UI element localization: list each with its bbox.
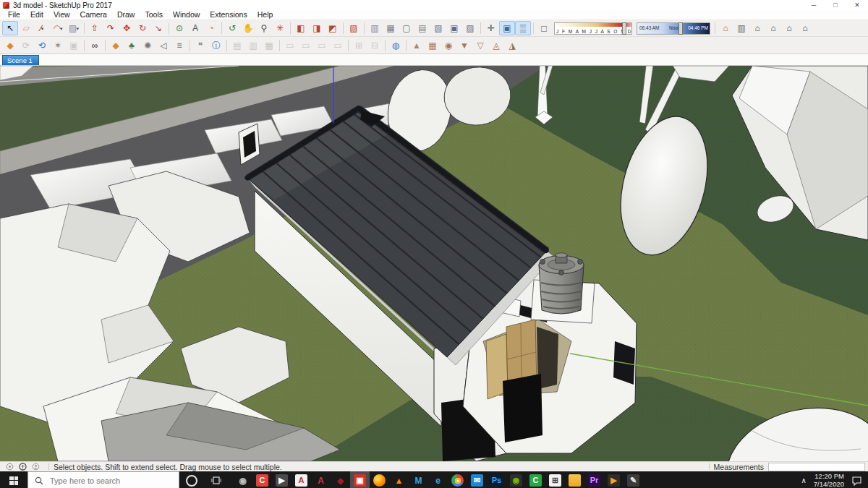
chat-button[interactable]: ❝ — [192, 38, 208, 53]
style-shaded-textures[interactable]: ▣ — [446, 21, 462, 35]
instructor-button[interactable]: ⓘ — [208, 38, 224, 53]
camtasia-app[interactable]: C — [526, 471, 545, 488]
export-web-button[interactable]: ▦ — [261, 38, 277, 53]
taskbar-search[interactable] — [27, 471, 179, 488]
share-model-button[interactable]: ⌂ — [765, 21, 781, 35]
extension-warehouse-button[interactable]: ⌂ — [797, 21, 813, 35]
action-center-icon[interactable] — [851, 476, 862, 486]
sandbox-add-detail-button[interactable]: ◬ — [488, 38, 504, 53]
move-tool[interactable]: ✥ — [119, 21, 135, 35]
store-app[interactable]: ⊞ — [545, 471, 565, 488]
sandbox-from-scratch-button[interactable]: ▦ — [425, 38, 441, 53]
menu-edit[interactable]: Edit — [25, 10, 48, 20]
minimize-button[interactable]: ─ — [803, 0, 825, 10]
time-slider-handle[interactable] — [678, 22, 683, 35]
gimp-app[interactable]: ✎ — [624, 471, 643, 488]
menu-extensions[interactable]: Extensions — [205, 10, 252, 20]
add-component-button[interactable]: ◆ — [108, 38, 124, 53]
scene-panel-button-2[interactable]: ▭ — [298, 38, 314, 53]
protractor-tool[interactable]: ◔ — [203, 21, 219, 35]
file-explorer-app[interactable] — [565, 471, 584, 488]
camera-export-button[interactable]: ▣ — [66, 38, 82, 53]
acrobat-app[interactable]: A — [292, 471, 311, 488]
premiere-app[interactable]: Pr — [584, 471, 604, 488]
movies-tv-app[interactable]: ▶ — [272, 471, 292, 488]
make-component-button[interactable]: ◧ — [293, 21, 309, 35]
section-plane-button[interactable]: ▧ — [346, 21, 362, 35]
sandbox-flip-edge-button[interactable]: ◮ — [504, 38, 520, 53]
camtasia-recorder-app[interactable]: C — [252, 471, 272, 488]
add-location-button[interactable]: ◨ — [309, 21, 325, 35]
place-vegetation-button[interactable]: ♣ — [124, 38, 140, 53]
render-settings-button[interactable]: ✺ — [140, 38, 156, 53]
firefox-app[interactable] — [370, 471, 389, 488]
update-reference-button[interactable]: ⟲ — [34, 38, 50, 53]
media-player-app[interactable]: ▶ — [604, 471, 624, 488]
maximize-button[interactable]: □ — [825, 0, 846, 10]
adjust-settings-button[interactable]: ≡ — [171, 38, 187, 53]
style-xray[interactable]: ▥ — [367, 21, 383, 35]
style-back-edges[interactable]: ▦ — [383, 21, 399, 35]
edge-app[interactable]: e — [428, 471, 448, 488]
orbit-tool[interactable]: ↺ — [224, 21, 240, 35]
geforce-app[interactable]: ◉ — [506, 471, 526, 488]
zoom-extents-tool[interactable]: ✳ — [272, 21, 288, 35]
search-input[interactable] — [48, 476, 167, 486]
fog-toggle[interactable]: ▒ — [515, 21, 531, 35]
scene-panel-button-3[interactable]: ▭ — [314, 38, 330, 53]
presentation-button-1[interactable]: ⊞ — [351, 38, 367, 53]
credit-attribution-icon[interactable] — [19, 463, 27, 471]
menu-camera[interactable]: Camera — [75, 10, 112, 20]
sandbox-from-contours-button[interactable]: ▲ — [409, 38, 425, 53]
export-image-button[interactable]: ▥ — [245, 38, 261, 53]
style-wireframe[interactable]: ▢ — [399, 21, 414, 35]
dropdown-caret-icon[interactable]: ▾ — [41, 26, 44, 31]
arc-tool[interactable]: ◠▾ — [50, 21, 66, 35]
dark-red-app[interactable]: ◆ — [331, 471, 350, 488]
geolocation-button[interactable]: ◍ — [388, 38, 404, 53]
dimension-tool[interactable]: A — [187, 21, 203, 35]
chrome-app[interactable] — [448, 471, 467, 488]
m-browser-app[interactable]: M — [409, 471, 428, 488]
warehouse-3d-button[interactable]: ⌂ — [718, 21, 733, 35]
share-component-button[interactable]: ⌂ — [781, 21, 797, 35]
shadow-time-slider[interactable]: 06:43 AM Noon 04:46 PM — [637, 22, 710, 35]
send-to-layout-button[interactable]: ▤ — [229, 38, 245, 53]
dropdown-caret-icon[interactable]: ▾ — [76, 26, 79, 31]
sync-models-button[interactable]: ⟳ — [18, 38, 34, 53]
line-tool[interactable]: ∕▾ — [34, 21, 50, 35]
menu-file[interactable]: File — [3, 10, 25, 20]
mail-app[interactable]: ✉ — [467, 471, 487, 488]
audio-button[interactable]: ◁ — [156, 38, 171, 53]
scene-panel-button-1[interactable]: ▭ — [282, 38, 298, 53]
style-monochrome[interactable]: ▨ — [462, 21, 478, 35]
measurements-input[interactable] — [768, 463, 865, 471]
dropdown-caret-icon[interactable]: ▾ — [60, 26, 63, 31]
camera-app[interactable]: ◉ — [233, 471, 252, 488]
pan-tool[interactable]: ✋ — [240, 21, 256, 35]
rectangle-tool[interactable]: ▨▾ — [66, 21, 82, 35]
zoom-tool[interactable]: ⚲ — [256, 21, 272, 35]
vlc-app[interactable]: ▲ — [389, 471, 409, 488]
close-button[interactable]: ✕ — [846, 0, 868, 10]
presentation-button-2[interactable]: ⊟ — [367, 38, 383, 53]
photo-textures-button[interactable]: ◩ — [325, 21, 341, 35]
views-compass[interactable]: ✛ — [483, 21, 499, 35]
menu-view[interactable]: View — [48, 10, 75, 20]
menu-tools[interactable]: Tools — [140, 10, 168, 20]
sandbox-drape-button[interactable]: ▽ — [472, 38, 488, 53]
vr-view-button[interactable]: ∞ — [87, 38, 103, 53]
modeling-viewport[interactable] — [0, 66, 868, 461]
menu-help[interactable]: Help — [252, 10, 278, 20]
follow-me-tool[interactable]: ↷ — [103, 21, 119, 35]
date-slider-handle[interactable] — [622, 22, 626, 35]
shadow-settings-button[interactable]: ◻ — [536, 21, 552, 35]
sign-in-user-icon[interactable] — [32, 463, 40, 471]
shadow-date-slider[interactable]: J F M A M J J A S O N D — [554, 22, 632, 35]
eraser-tool[interactable]: ▱ — [18, 21, 34, 35]
cortana-button[interactable] — [179, 475, 204, 487]
style-shaded[interactable]: ▧ — [430, 21, 446, 35]
sandbox-stamp-button[interactable]: ▼ — [456, 38, 472, 53]
sketchup-app[interactable]: ▣ — [350, 471, 370, 488]
task-view-button[interactable] — [204, 476, 229, 485]
